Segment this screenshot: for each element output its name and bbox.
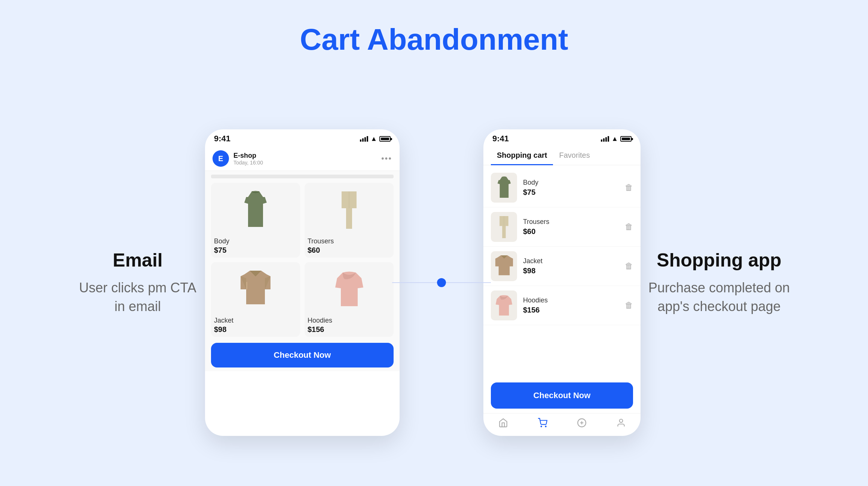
app-tabs: Shopping cart Favorites bbox=[483, 147, 641, 165]
svg-rect-1 bbox=[246, 282, 247, 289]
product-price-body-email: $75 bbox=[214, 246, 297, 255]
profile-nav-icon[interactable] bbox=[616, 418, 626, 430]
product-price-trousers-email: $60 bbox=[308, 246, 391, 255]
product-name-body-email: Body bbox=[214, 237, 297, 245]
cart-jacket-icon bbox=[494, 254, 514, 279]
signal-icon bbox=[360, 136, 368, 142]
battery-icon bbox=[379, 136, 391, 142]
connector-line-right bbox=[446, 282, 491, 283]
cart-nav-icon[interactable] bbox=[538, 418, 547, 430]
product-image-hoodies bbox=[308, 265, 391, 314]
cart-items-list: Body $75 🗑 Trousers $60 🗑 bbox=[483, 165, 641, 378]
cart-item-name-body: Body bbox=[523, 179, 625, 187]
more-options-icon[interactable]: ••• bbox=[381, 154, 392, 163]
cart-body-icon bbox=[496, 176, 513, 200]
tab-favorites[interactable]: Favorites bbox=[553, 147, 596, 165]
cart-item-image-trousers bbox=[491, 212, 517, 242]
app-phone: 9:41 ▲ Shopping cart Favorites bbox=[483, 129, 641, 436]
shopping-app-description: Purchase completed on app's checkout pag… bbox=[648, 279, 790, 316]
cart-item-trousers: Trousers $60 🗑 bbox=[483, 207, 641, 247]
cart-item-name-trousers: Trousers bbox=[523, 218, 625, 226]
sender-name: E-shop bbox=[233, 152, 381, 160]
delete-jacket-icon[interactable]: 🗑 bbox=[625, 261, 633, 271]
page-title: Cart Abandonment bbox=[300, 22, 568, 57]
product-image-jacket bbox=[214, 265, 297, 314]
product-image-body bbox=[214, 186, 297, 234]
add-nav-icon[interactable] bbox=[577, 418, 587, 430]
cart-item-info-hoodies: Hoodies $156 bbox=[523, 296, 625, 314]
cart-item-image-jacket bbox=[491, 251, 517, 281]
product-card-body: Body $75 bbox=[211, 183, 300, 258]
svg-point-3 bbox=[541, 426, 541, 427]
delete-hoodies-icon[interactable]: 🗑 bbox=[625, 301, 633, 310]
wifi-icon: ▲ bbox=[370, 135, 377, 143]
cart-item-hoodies: Hoodies $156 🗑 bbox=[483, 286, 641, 325]
email-body: Body $75 Trousers $60 bbox=[205, 171, 400, 371]
cart-item-name-jacket: Jacket bbox=[523, 257, 625, 265]
app-status-time: 9:41 bbox=[492, 134, 509, 144]
product-image-trousers bbox=[308, 186, 391, 234]
cart-item-price-trousers: $60 bbox=[523, 227, 625, 236]
shopping-app-label: Shopping app Purchase completed on app's… bbox=[641, 242, 798, 324]
sender-avatar: E bbox=[213, 150, 229, 167]
connector-line-left bbox=[392, 282, 437, 283]
delete-body-icon[interactable]: 🗑 bbox=[625, 183, 633, 193]
sender-info: E-shop Today, 16:00 bbox=[233, 152, 381, 166]
cart-item-body: Body $75 🗑 bbox=[483, 168, 641, 207]
cart-item-info-trousers: Trousers $60 bbox=[523, 218, 625, 236]
hoodies-clothing-icon bbox=[333, 269, 365, 310]
delete-trousers-icon[interactable]: 🗑 bbox=[625, 222, 633, 232]
cart-item-price-body: $75 bbox=[523, 188, 625, 197]
product-grid: Body $75 Trousers $60 bbox=[211, 183, 394, 337]
app-signal-icon bbox=[601, 136, 609, 142]
cart-item-price-hoodies: $156 bbox=[523, 306, 625, 314]
email-description: User clicks pm CTA in email bbox=[78, 279, 198, 316]
bottom-nav bbox=[483, 413, 641, 436]
email-phone: 9:41 ▲ E E-shop Today, 16:00 ••• bbox=[205, 129, 400, 436]
cart-item-info-body: Body $75 bbox=[523, 179, 625, 197]
app-battery-icon bbox=[620, 136, 632, 142]
cart-item-info-jacket: Jacket $98 bbox=[523, 257, 625, 275]
product-name-jacket-email: Jacket bbox=[214, 317, 297, 324]
svg-point-4 bbox=[545, 426, 546, 427]
cart-item-image-hoodies bbox=[491, 290, 517, 320]
email-status-icons: ▲ bbox=[360, 135, 391, 143]
email-heading: Email bbox=[78, 249, 198, 271]
cart-item-jacket: Jacket $98 🗑 bbox=[483, 247, 641, 286]
trousers-clothing-icon bbox=[338, 190, 360, 231]
email-label: Email User clicks pm CTA in email bbox=[70, 242, 205, 324]
email-status-bar: 9:41 ▲ bbox=[205, 129, 400, 147]
product-name-hoodies-email: Hoodies bbox=[308, 317, 391, 324]
app-status-icons: ▲ bbox=[601, 135, 632, 143]
email-banner bbox=[211, 175, 394, 178]
email-header: E E-shop Today, 16:00 ••• bbox=[205, 147, 400, 171]
main-content: Email User clicks pm CTA in email 9:41 ▲… bbox=[0, 79, 868, 486]
product-card-trousers: Trousers $60 bbox=[305, 183, 394, 258]
app-wifi-icon: ▲ bbox=[611, 135, 618, 143]
cart-item-price-jacket: $98 bbox=[523, 267, 625, 275]
tab-shopping-cart[interactable]: Shopping cart bbox=[491, 147, 553, 165]
app-status-bar: 9:41 ▲ bbox=[483, 129, 641, 147]
cart-hoodies-icon bbox=[494, 293, 514, 318]
product-card-hoodies: Hoodies $156 bbox=[305, 262, 394, 337]
shopping-app-heading: Shopping app bbox=[648, 249, 790, 271]
email-status-time: 9:41 bbox=[214, 134, 230, 144]
connector-dot bbox=[437, 278, 446, 287]
svg-point-8 bbox=[619, 419, 623, 422]
cart-trousers-icon bbox=[497, 215, 511, 239]
jacket-clothing-icon bbox=[239, 269, 272, 310]
sender-time: Today, 16:00 bbox=[233, 160, 381, 166]
cart-item-image-body bbox=[491, 173, 517, 203]
product-name-trousers-email: Trousers bbox=[308, 237, 391, 245]
connector bbox=[392, 278, 491, 287]
product-price-hoodies-email: $156 bbox=[308, 325, 391, 334]
checkout-btn-app[interactable]: Checkout Now bbox=[491, 382, 633, 409]
body-clothing-icon bbox=[242, 190, 269, 231]
home-nav-icon[interactable] bbox=[498, 418, 508, 430]
checkout-btn-email[interactable]: Checkout Now bbox=[211, 343, 394, 367]
product-price-jacket-email: $98 bbox=[214, 325, 297, 334]
cart-item-name-hoodies: Hoodies bbox=[523, 296, 625, 304]
product-card-jacket: Jacket $98 bbox=[211, 262, 300, 337]
